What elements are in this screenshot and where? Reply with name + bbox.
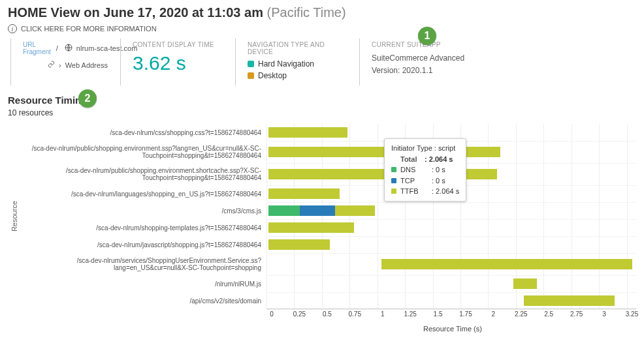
info-icon: i [8,24,17,33]
resource-count: 10 resources [8,108,636,117]
web-address-label: Web Address [65,61,108,69]
square-icon [248,61,254,67]
x-tick: 0.5 [323,310,332,318]
x-tick: 1 [381,310,385,318]
resource-label: /sca-dev-nlrum/javascript/shopping.js?t=… [18,236,266,253]
url-slash: / [56,44,58,52]
callout-badge-2: 2 [78,89,97,108]
resource-label: /sca-dev-nlrum/services/ShoppingUserEnvi… [18,253,266,275]
x-tick: 3.25 [626,310,638,318]
info-link[interactable]: i CLICK HERE FOR MORE INFORMATION [8,24,636,33]
resource-bar[interactable] [513,279,537,289]
x-tick: 3 [602,310,606,318]
resource-bar-segment[interactable] [335,205,375,216]
x-tick: 2.5 [544,310,553,318]
resource-bar[interactable] [381,259,632,269]
x-tick: 2.25 [515,310,527,318]
navigation-panel: NAVIGATION TYPE AND DEVICE Hard Navigati… [235,38,359,85]
x-tick: 0.25 [293,310,306,318]
page-title: HOME View on June 17, 2020 at 11:03 am (… [8,5,636,20]
x-tick: 2.75 [570,310,583,318]
y-axis-label: Resource [8,201,18,232]
url-fragment-label: URL Fragment [23,41,51,55]
chevron-right-icon: › [59,61,61,69]
square-icon [248,72,254,79]
suiteapp-panel: CURRENT SUITEAPP SuiteCommerce Advanced … [359,38,503,85]
suiteapp-name: SuiteCommerce Advanced [372,52,491,65]
resource-label: /sca-dev-nlrum/languages/shopping_en_US.… [18,185,266,202]
resource-bar[interactable] [268,222,354,233]
url-panel: URL Fragment / nlrum-sca-test.com › Web … [10,38,120,85]
resource-bar[interactable] [268,127,347,138]
resource-label: /sca-dev-nlrum/public/shopping.environme… [18,141,266,163]
x-tick: 1.25 [404,310,416,318]
resource-label: /sca-dev-nlrum/public/shopping.environme… [18,163,266,185]
tooltip: Initiator Type : script Total : 2.064 s … [384,138,466,202]
content-display-time-value: 3.62 s [133,52,223,74]
x-tick: 1.5 [434,310,443,318]
resource-label: /sca-dev-nlrum/shopping-templates.js?t=1… [18,219,266,236]
resource-label: /cms/3/cms.js [18,202,266,219]
resource-bar[interactable] [524,295,615,306]
x-axis-label: Resource Time (s) [269,325,636,333]
content-display-time-panel: CONTENT DISPLAY TIME 3.62 s [120,38,235,85]
section-title: Resource Timing [8,95,87,106]
x-tick: 1.75 [459,310,472,318]
resource-label: /sca-dev-nlrum/css/shopping.css?t=158627… [18,124,266,141]
suiteapp-version: Version: 2020.1.1 [372,65,491,77]
resource-bar-segment[interactable] [300,205,335,216]
globe-icon [65,44,72,53]
x-tick: 0.75 [349,310,361,318]
x-tick: 0 [270,310,274,318]
link-icon [48,61,55,69]
callout-badge-1: 1 [418,27,436,45]
resource-bar-segment[interactable] [268,205,300,216]
resource-bar[interactable] [268,189,340,199]
x-tick: 2 [492,310,496,318]
resource-label: /nlrum/nlRUM.js [18,275,266,292]
resource-bar[interactable] [268,239,329,250]
resource-label: /api/cms/v2/sites/domain [18,292,266,309]
